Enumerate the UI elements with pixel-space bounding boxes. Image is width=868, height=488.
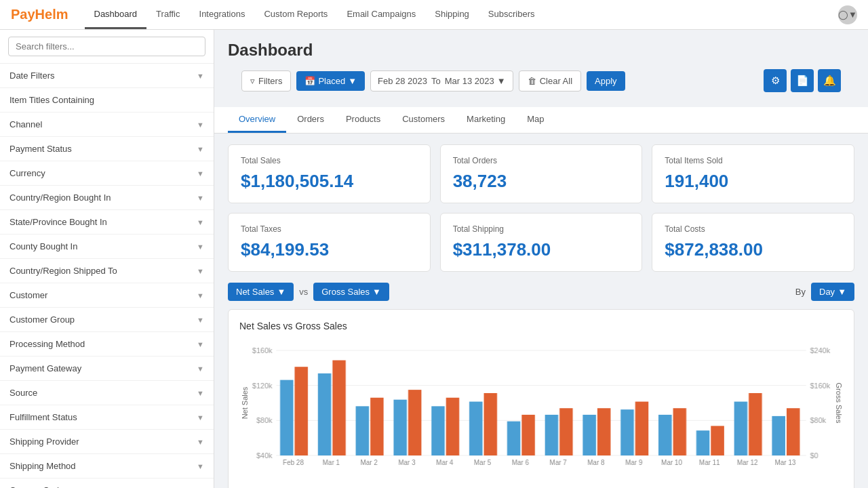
nav-tab-traffic[interactable]: Traffic	[146, 0, 189, 29]
nav-tab-email-campaigns[interactable]: Email Campaigns	[337, 0, 425, 29]
sidebar-item-11[interactable]: Processing Method▼	[0, 332, 214, 357]
sidebar-search-container	[0, 30, 214, 64]
day-button[interactable]: Day ▼	[811, 283, 854, 301]
by-label: By	[795, 287, 806, 297]
clear-all-button[interactable]: 🗑 Clear All	[519, 70, 581, 92]
apply-button[interactable]: Apply	[587, 71, 625, 91]
chevron-icon: ▼	[197, 243, 204, 251]
main-content: Date Filters▼Item Titles ContainingChann…	[0, 30, 868, 488]
stat-value: $311,378.00	[453, 239, 630, 260]
sidebar-item-4[interactable]: Currency▼	[0, 161, 214, 186]
stat-card-0: Total Sales$1,180,505.14	[228, 144, 431, 203]
nav-tab-shipping[interactable]: Shipping	[425, 0, 479, 29]
sidebar-item-label: Country/Region Shipped To	[9, 266, 117, 276]
stat-value: $1,180,505.14	[241, 171, 418, 192]
chart-wrapper	[239, 337, 843, 486]
tab-products[interactable]: Products	[335, 107, 391, 133]
chevron-icon: ▼	[197, 291, 204, 300]
chevron-icon: ▼	[197, 218, 204, 226]
tab-orders[interactable]: Orders	[286, 107, 335, 133]
date-range: Feb 28 2023 To Mar 13 2023 ▼	[370, 70, 513, 92]
logo: PayHelm	[11, 7, 68, 22]
stats-grid: Total Sales$1,180,505.14Total Orders38,7…	[214, 134, 868, 283]
nav-tab-subscribers[interactable]: Subscribers	[479, 0, 545, 29]
filter-icon: ▿	[250, 76, 255, 86]
stat-label: Total Taxes	[241, 224, 418, 234]
sidebar-item-5[interactable]: Country/Region Bought In▼	[0, 186, 214, 210]
tab-customers[interactable]: Customers	[391, 107, 456, 133]
stat-card-1: Total Orders38,723	[440, 144, 643, 203]
sidebar-item-13[interactable]: Source▼	[0, 381, 214, 405]
sidebar-item-label: Fulfillment Status	[9, 412, 77, 422]
search-input[interactable]	[8, 37, 205, 56]
sidebar-item-label: Processing Method	[9, 339, 85, 349]
nav-tab-custom-reports[interactable]: Custom Reports	[254, 0, 337, 29]
stat-label: Total Sales	[241, 156, 418, 165]
nav-tab-dashboard[interactable]: Dashboard	[85, 0, 147, 29]
stat-value: $84,199.53	[241, 239, 418, 260]
net-sales-button[interactable]: Net Sales ▼	[228, 283, 294, 301]
sidebar-item-label: Country/Region Bought In	[9, 192, 111, 203]
gross-sales-button[interactable]: Gross Sales ▼	[313, 283, 389, 301]
nav-tabs: Dashboard Traffic Integrations Custom Re…	[85, 0, 545, 29]
sidebar-item-label: Source	[9, 388, 37, 398]
chevron-icon: ▼	[197, 365, 204, 373]
sidebar: Date Filters▼Item Titles ContainingChann…	[0, 30, 214, 488]
tab-overview[interactable]: Overview	[228, 107, 286, 133]
right-panel: Dashboard ▿ Filters 📅 Placed ▼ Feb 28 20…	[214, 30, 868, 488]
sidebar-item-7[interactable]: County Bought In▼	[0, 235, 214, 259]
chevron-icon: ▼	[197, 72, 204, 80]
sidebar-item-12[interactable]: Payment Gateway▼	[0, 357, 214, 381]
notification-icon-button[interactable]: 🔔	[818, 69, 841, 92]
chevron-icon: ▼	[197, 340, 204, 348]
sidebar-item-9[interactable]: Customer▼	[0, 283, 214, 308]
chevron-icon: ▼	[197, 121, 204, 129]
nav-tab-integrations[interactable]: Integrations	[190, 0, 255, 29]
nav-right: ◯▼	[838, 5, 857, 24]
download-icon-button[interactable]: 📄	[791, 69, 814, 92]
sidebar-item-3[interactable]: Payment Status▼	[0, 137, 214, 161]
sidebar-item-8[interactable]: Country/Region Shipped To▼	[0, 259, 214, 283]
sidebar-item-6[interactable]: State/Province Bought In▼	[0, 210, 214, 235]
sidebar-item-label: Payment Status	[9, 144, 72, 154]
chevron-icon: ▼	[197, 438, 204, 446]
chevron-icon: ▼	[197, 413, 204, 422]
sidebar-item-label: State/Province Bought In	[9, 217, 107, 227]
sidebar-item-label: Channel	[9, 119, 42, 129]
sidebar-item-16[interactable]: Shipping Method▼	[0, 454, 214, 479]
chevron-icon: ▼	[197, 145, 204, 153]
chevron-icon: ▼	[197, 462, 204, 470]
sidebar-item-label: Currency	[9, 168, 45, 178]
chart-card: Net Sales vs Gross Sales Sales Gross Sal…	[228, 309, 854, 488]
tab-map[interactable]: Map	[516, 107, 555, 133]
trash-icon: 🗑	[528, 76, 536, 86]
stat-value: $872,838.00	[665, 239, 842, 260]
toolbar: ▿ Filters 📅 Placed ▼ Feb 28 2023 To Mar …	[228, 69, 854, 100]
topnav: PayHelm Dashboard Traffic Integrations C…	[0, 0, 868, 30]
vs-label: vs	[299, 287, 308, 297]
sidebar-item-1[interactable]: Item Titles Containing	[0, 88, 214, 113]
filters-button[interactable]: ▿ Filters	[241, 70, 291, 92]
sidebar-item-15[interactable]: Shipping Provider▼	[0, 430, 214, 454]
stat-value: 191,400	[665, 171, 842, 192]
stat-card-5: Total Costs$872,838.00	[652, 213, 854, 272]
stat-label: Total Items Sold	[665, 156, 842, 165]
stat-card-2: Total Items Sold191,400	[652, 144, 854, 203]
tab-marketing[interactable]: Marketing	[456, 107, 516, 133]
settings-icon-button[interactable]: ⚙	[764, 69, 787, 92]
placed-date-button[interactable]: 📅 Placed ▼	[296, 71, 365, 91]
dash-header: Dashboard ▿ Filters 📅 Placed ▼ Feb 28 20…	[214, 30, 868, 107]
stat-card-3: Total Taxes$84,199.53	[228, 213, 431, 272]
logo-text: PayHelm	[11, 7, 68, 22]
chart-controls: Net Sales ▼ vs Gross Sales ▼ By Day ▼	[228, 283, 854, 301]
stat-label: Total Costs	[665, 224, 842, 234]
sidebar-item-14[interactable]: Fulfillment Status▼	[0, 405, 214, 430]
stat-value: 38,723	[453, 171, 630, 192]
sidebar-item-label: Payment Gateway	[9, 363, 81, 373]
sidebar-item-2[interactable]: Channel▼	[0, 113, 214, 137]
sidebar-item-17[interactable]: Coupon Code▼	[0, 479, 214, 488]
user-menu[interactable]: ◯▼	[838, 5, 857, 24]
sidebar-item-0[interactable]: Date Filters▼	[0, 64, 214, 88]
sidebar-item-10[interactable]: Customer Group▼	[0, 308, 214, 332]
page-title: Dashboard	[228, 41, 854, 60]
